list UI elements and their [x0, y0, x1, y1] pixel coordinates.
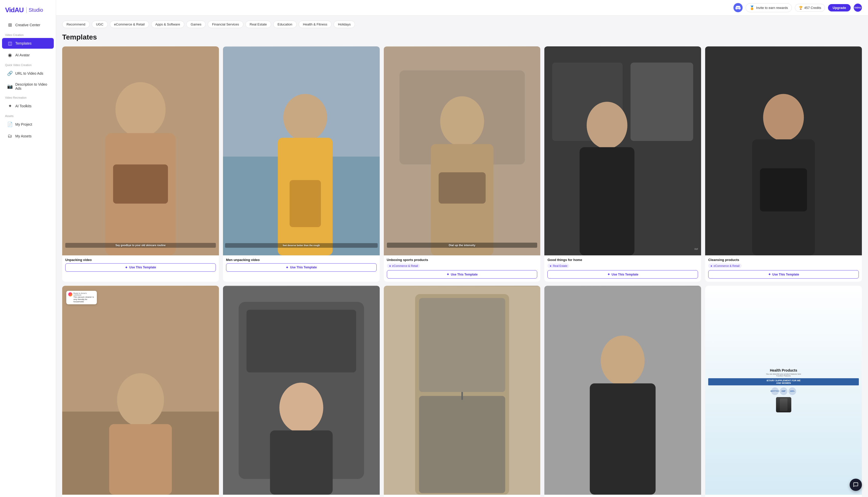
template-info-6: Vacuum cleaner review ✦ Use This Templat… — [62, 495, 219, 497]
health-product-card: Health Products You can describe your pr… — [705, 286, 862, 495]
credits-value: 457 Credits — [804, 6, 821, 10]
use-template-btn-4[interactable]: ✦ Use This Template — [547, 270, 698, 279]
template-name-2: Men unpacking video — [226, 258, 377, 262]
svg-rect-32 — [270, 430, 333, 495]
use-template-btn-1[interactable]: ✦ Use This Template — [65, 263, 216, 272]
sidebar-section-quick-creation: Quick Video Creation — [0, 61, 56, 68]
health-title: Health Products — [770, 368, 797, 372]
thumb-overlay-1: Say goodbye to your old skincare routine — [65, 243, 216, 248]
page-title: Templates — [62, 33, 862, 41]
template-card-6[interactable]: Reply to Anna's comment The vacuum clean… — [62, 286, 219, 497]
svg-rect-23 — [760, 169, 807, 212]
filter-holidays[interactable]: Holidays — [334, 20, 355, 28]
svg-rect-8 — [289, 180, 321, 227]
template-info-5: Cleansing products ★ eCommerce & Retail … — [705, 255, 862, 282]
grid-icon: ⊞ — [7, 22, 13, 28]
toolkit-icon: ✦ — [7, 103, 13, 109]
template-info-7: Kitchen appliance demo ✦ Use This Templa… — [223, 495, 380, 497]
template-thumb-4: our — [544, 46, 701, 255]
assets-icon: 🗂 — [7, 133, 13, 139]
sidebar-item-desc-to-video[interactable]: 📷 Description to Video Ads — [2, 80, 54, 93]
filter-recommend[interactable]: Recommend — [62, 20, 90, 28]
chat-button[interactable] — [850, 479, 862, 491]
filter-games[interactable]: Games — [186, 20, 206, 28]
svg-rect-35 — [419, 298, 505, 392]
project-icon: 📄 — [7, 122, 13, 127]
logo-brand: VidAU — [5, 6, 24, 14]
template-card-5[interactable]: Cleansing products ★ eCommerce & Retail … — [705, 46, 862, 282]
discord-button[interactable] — [734, 3, 743, 12]
sidebar-item-my-project[interactable]: 📄 My Project — [2, 119, 54, 130]
template-info-9: Beauty product review ✦ Use This Templat… — [544, 495, 701, 497]
templates-icon: ◫ — [7, 41, 13, 46]
svg-rect-36 — [419, 396, 505, 493]
health-subtitle: You can describe your product features h… — [766, 373, 801, 377]
template-tag-5: ★ eCommerce & Retail — [708, 264, 741, 268]
template-thumb-1: Say goodbye to your old skincare routine — [62, 46, 219, 255]
upgrade-button[interactable]: Upgrade — [828, 4, 851, 12]
sidebar-item-toolkit-label: AI Toolkits — [15, 104, 32, 108]
sidebar-item-url-label: URL to Video Ads — [15, 71, 43, 75]
credits-display[interactable]: 🏆 457 Credits — [795, 4, 825, 12]
filter-financial[interactable]: Financial Services — [208, 20, 243, 28]
template-thumb-6: Reply to Anna's comment The vacuum clean… — [62, 286, 219, 495]
template-info-1: Unpacking video ✦ Use This Template — [62, 255, 219, 275]
svg-rect-16 — [631, 63, 693, 141]
sidebar: VidAU Studio ⊞ Creative Center Video Cre… — [0, 0, 56, 497]
template-card-9[interactable]: Beauty product review ✦ Use This Templat… — [544, 286, 701, 497]
user-avatar[interactable]: VidAU — [854, 3, 862, 12]
thumb-overlay-3: Dial up the intensity — [387, 243, 537, 248]
svg-point-21 — [763, 94, 804, 141]
use-template-btn-5[interactable]: ✦ Use This Template — [708, 270, 859, 279]
sidebar-item-url-to-video[interactable]: 🔗 URL to Video Ads — [2, 68, 54, 79]
use-template-btn-3[interactable]: ✦ Use This Template — [387, 270, 537, 279]
template-card-7[interactable]: Kitchen appliance demo ✦ Use This Templa… — [223, 286, 380, 497]
template-card-10[interactable]: Health Products You can describe your pr… — [705, 286, 862, 497]
filter-ecommerce[interactable]: eCommerce & Retail — [110, 20, 149, 28]
svg-rect-3 — [113, 165, 168, 204]
main-area: 🏅 Invite to earn rewards 🏆 457 Credits U… — [56, 0, 868, 497]
svg-rect-30 — [246, 310, 356, 372]
top-header: 🏅 Invite to earn rewards 🏆 457 Credits U… — [56, 0, 868, 16]
sidebar-item-ai-toolkits[interactable]: ✦ AI Toolkits — [2, 101, 54, 111]
sidebar-item-creative-center[interactable]: ⊞ Creative Center — [2, 19, 54, 30]
health-badges: 60SOFTGELS GMP 100% — [771, 387, 796, 395]
filter-realestate[interactable]: Real Estate — [245, 20, 271, 28]
template-grid: Say goodbye to your old skincare routine… — [62, 46, 862, 497]
template-thumb-7 — [223, 286, 380, 495]
template-name-3: Unboxing sports products — [387, 258, 537, 262]
svg-point-6 — [283, 94, 327, 141]
svg-point-18 — [587, 102, 627, 148]
sidebar-item-project-label: My Project — [15, 122, 32, 126]
svg-point-1 — [115, 82, 165, 137]
template-card-3[interactable]: Dial up the intensity Unboxing sports pr… — [384, 46, 540, 282]
avatar-icon: ◉ — [7, 52, 13, 58]
comment-bubble-6: Reply to Anna's comment The vacuum clean… — [66, 291, 97, 304]
filter-education[interactable]: Education — [273, 20, 296, 28]
template-info-2: Men unpacking video ✦ Use This Template — [223, 255, 380, 275]
template-thumb-2: feet deserve better than the rough — [223, 46, 380, 255]
sidebar-item-templates-label: Templates — [15, 41, 32, 45]
svg-point-11 — [440, 96, 484, 146]
filter-ugc[interactable]: UGC — [92, 20, 108, 28]
sidebar-item-desc-label: Description to Video Ads — [15, 82, 49, 90]
template-card-4[interactable]: our Good things for home ★ Real Estate ✦… — [544, 46, 701, 282]
filter-apps[interactable]: Apps & Software — [151, 20, 185, 28]
template-thumb-8 — [384, 286, 540, 495]
content-area: Recommend UGC eCommerce & Retail Apps & … — [56, 16, 868, 497]
filter-health[interactable]: Health & Fitness — [299, 20, 332, 28]
template-card-8[interactable]: Refrigerator showcase ✦ Use This Templat… — [384, 286, 540, 497]
sidebar-item-ai-avatar[interactable]: ◉ AI Avatar — [2, 50, 54, 60]
health-banner: IETARY SUPPLEMENT FOR MEAND WOMEN — [708, 378, 859, 385]
sidebar-item-ai-avatar-label: AI Avatar — [15, 53, 30, 57]
use-template-btn-2[interactable]: ✦ Use This Template — [226, 263, 377, 272]
svg-rect-40 — [590, 383, 656, 495]
template-info-10: Health supplement ad ✦ Use This Template — [705, 495, 862, 497]
template-card-1[interactable]: Say goodbye to your old skincare routine… — [62, 46, 219, 282]
sidebar-item-my-assets[interactable]: 🗂 My Assets — [2, 131, 54, 141]
sidebar-item-templates[interactable]: ◫ Templates — [2, 38, 54, 49]
invite-rewards-button[interactable]: 🏅 Invite to earn rewards — [746, 3, 792, 12]
camera-icon: 📷 — [7, 84, 13, 89]
template-card-2[interactable]: feet deserve better than the rough Men u… — [223, 46, 380, 282]
thumb-overlay-4: our — [694, 247, 698, 250]
